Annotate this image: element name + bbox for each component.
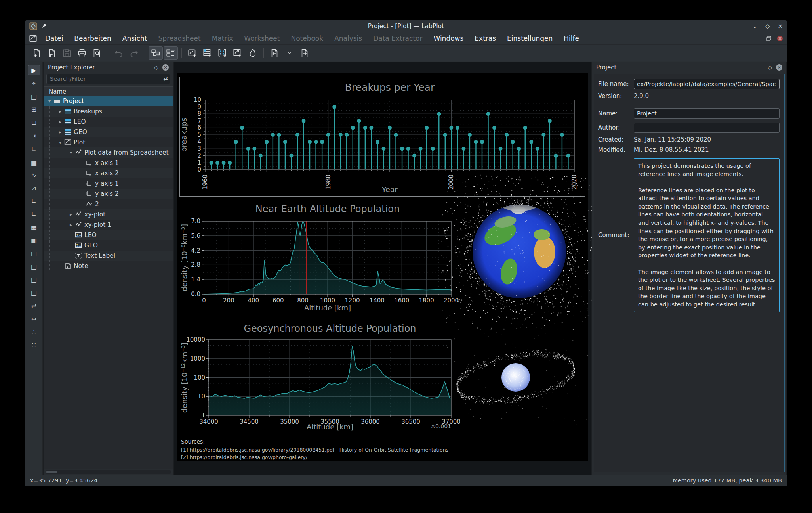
tree-expander-icon[interactable]: ▾ (68, 150, 74, 155)
print-preview-button[interactable] (90, 46, 104, 60)
scrollbar-thumb[interactable] (46, 471, 57, 473)
shift-y-tool-icon[interactable]: ↔ (28, 314, 40, 324)
add-curve-tool-icon[interactable]: ∿ (28, 170, 40, 180)
import-button[interactable] (267, 46, 282, 60)
mdi-close-icon[interactable] (776, 35, 783, 42)
file-name-field[interactable] (634, 79, 780, 89)
tree-expander-icon[interactable]: ▾ (46, 98, 53, 104)
tree-item-plot-data-from-spreadsheet[interactable]: ▾Plot data from Spreadsheet (44, 147, 173, 158)
pointer-tool-icon[interactable]: ▶ (28, 65, 40, 75)
add-y-axis-tool-icon[interactable]: ∟ (28, 209, 40, 219)
scale-auto-y-tool-icon[interactable]: ∷ (28, 340, 40, 350)
menu-matrix: Matrix (206, 32, 239, 45)
tree-item-y-axis-1[interactable]: y axis 1 (44, 178, 173, 189)
new-spreadsheet-tool-icon[interactable]: ⊞ (28, 104, 40, 115)
export-button[interactable] (297, 46, 312, 60)
tree-item-breakups[interactable]: ▸Breakups (44, 106, 173, 117)
comment-field[interactable]: This project demonstrates the usage of r… (634, 158, 780, 312)
zoom-x-tool-icon[interactable]: □ (28, 261, 40, 272)
geo-debris-image[interactable] (443, 329, 588, 426)
near-earth-chart[interactable]: 02004006008001000120014001600180020000.0… (180, 199, 460, 314)
tree-item-geo[interactable]: GEO (44, 240, 173, 251)
shade-icon[interactable]: ⌄ (752, 20, 757, 32)
tree-item-leo[interactable]: ▸LEO (44, 117, 173, 127)
mdi-restore-icon[interactable] (765, 35, 772, 42)
horizontal-scrollbar[interactable] (46, 470, 171, 474)
toggle-properties-explorer-button[interactable] (164, 46, 178, 60)
tree-item-xy-plot-1[interactable]: ▸xy-plot 1 (44, 220, 173, 230)
pin-icon[interactable] (40, 23, 47, 29)
add-grid-tool-icon[interactable]: ▦ (28, 222, 40, 232)
add-equation-curve-tool-icon[interactable]: ⊿ (28, 183, 40, 193)
chevron-down-icon (286, 48, 293, 58)
float-dock-icon[interactable]: ◇ (768, 64, 772, 71)
tree-expander-icon[interactable]: ▸ (68, 222, 74, 228)
menu-einstellungen[interactable]: Einstellungen (501, 32, 558, 45)
author-field[interactable] (634, 123, 780, 133)
name-field[interactable] (634, 108, 780, 119)
tree-column-header[interactable]: Name (44, 86, 173, 96)
add-x-axis-tool-icon[interactable]: ∟ (28, 196, 40, 206)
new-worksheet-button[interactable] (231, 46, 245, 60)
print-button[interactable] (75, 46, 89, 60)
tree-expander-icon[interactable]: ▸ (57, 129, 63, 135)
leo-debris-image[interactable] (441, 174, 598, 331)
tree-item-leo[interactable]: LEO (44, 230, 173, 240)
tree-expander-icon[interactable]: ▸ (57, 119, 63, 124)
menu-hilfe[interactable]: Hilfe (558, 32, 585, 45)
new-matrix-button[interactable] (215, 46, 230, 60)
float-dock-icon[interactable]: ◇ (154, 64, 158, 71)
select-region-tool-icon[interactable]: □ (28, 91, 40, 101)
close-icon[interactable]: × (778, 20, 783, 32)
geosynchronous-chart[interactable]: 3400034500350003550036000365003700011010… (180, 319, 460, 433)
tree-expander-icon[interactable]: ▸ (68, 212, 74, 217)
search-input[interactable] (46, 74, 170, 84)
close-dock-icon[interactable]: × (162, 64, 169, 71)
tree-item-text-label[interactable]: Text Label (44, 251, 173, 261)
sources-heading: Sources: (181, 438, 448, 445)
menu-datei[interactable]: Datei (40, 32, 69, 45)
add-histogram-tool-icon[interactable]: ▅ (28, 157, 40, 167)
color-theme-button[interactable] (246, 46, 260, 60)
tree-expander-icon[interactable]: ▾ (57, 140, 63, 145)
tree-item-note[interactable]: Note (44, 261, 173, 271)
tree-item-xy-plot[interactable]: ▸xy-plot (44, 209, 173, 220)
zoom-select-tool-icon[interactable]: □ (28, 248, 40, 258)
tree-item-2[interactable]: 2 (44, 199, 173, 209)
open-project-button[interactable] (45, 46, 59, 60)
data-extract-tool-icon[interactable]: ⇥ (28, 130, 40, 141)
tree-item-y-axis-2[interactable]: y axis 2 (44, 189, 173, 199)
worksheet-page[interactable]: 0123456789101960198020002020Breakups per… (177, 73, 588, 461)
worksheet-view[interactable]: 0123456789101960198020002020Breakups per… (174, 62, 591, 475)
chevron-down-button[interactable] (282, 46, 297, 60)
tree-expander-icon[interactable]: ▸ (57, 109, 63, 114)
new-spreadsheet-button[interactable] (200, 46, 215, 60)
maximize-icon[interactable]: ◇ (765, 20, 770, 32)
tree-item-project[interactable]: ▾Project (44, 96, 173, 106)
tree-item-geo[interactable]: ▸GEO (44, 127, 173, 137)
add-axis-tool-icon[interactable]: ∟ (28, 144, 40, 154)
active-window-icon[interactable] (29, 35, 37, 42)
zoom-y-tool-icon[interactable]: □ (28, 274, 40, 285)
tree-item-x-axis-2[interactable]: x axis 2 (44, 168, 173, 178)
menu-bearbeiten[interactable]: Bearbeiten (69, 32, 116, 45)
menu-ansicht[interactable]: Ansicht (117, 32, 153, 45)
new-matrix-tool-icon[interactable]: ⊟ (28, 117, 40, 128)
svg-text:1400: 1400 (370, 297, 385, 304)
close-dock-icon[interactable]: × (776, 64, 782, 71)
fit-selection-tool-icon[interactable]: □ (28, 287, 40, 298)
scale-auto-x-tool-icon[interactable]: ∴ (28, 327, 40, 337)
filter-options-icon[interactable]: ⇄ (163, 75, 168, 82)
shift-x-tool-icon[interactable]: ⇄ (28, 301, 40, 311)
menu-windows[interactable]: Windows (428, 32, 469, 45)
tree-item-plot[interactable]: ▾Plot (44, 137, 173, 147)
tree-item-x-axis-1[interactable]: x axis 1 (44, 158, 173, 168)
mdi-minimize-icon[interactable] (754, 35, 761, 42)
menu-extras[interactable]: Extras (469, 32, 501, 45)
crosshair-tool-icon[interactable]: ⌖ (28, 78, 40, 88)
toggle-project-explorer-button[interactable] (149, 46, 163, 60)
titlebar[interactable]: Project - [Plot] — LabPlot ⌄◇× (25, 20, 787, 32)
add-image-tool-icon[interactable]: ▣ (28, 235, 40, 245)
new-workbook-button[interactable] (185, 46, 200, 60)
new-project-button[interactable] (30, 46, 44, 60)
